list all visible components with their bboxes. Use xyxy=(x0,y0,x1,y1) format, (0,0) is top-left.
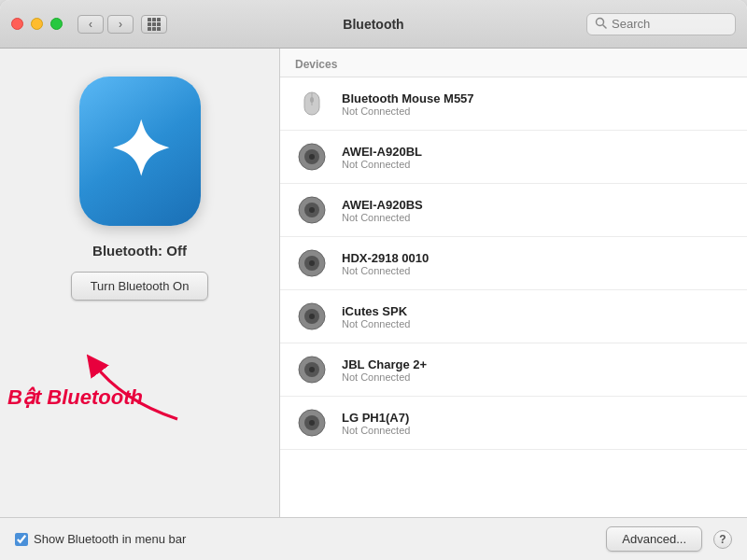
device-name: HDX-2918 0010 xyxy=(342,251,429,265)
table-row[interactable]: AWEI-A920BS Not Connected xyxy=(280,184,747,237)
table-row[interactable]: JBL Charge 2+ Not Connected xyxy=(280,343,747,397)
left-panel: ✦ Bluetooth: Off Turn Bluetooth On Bật B… xyxy=(0,49,280,517)
traffic-lights xyxy=(11,18,63,30)
svg-point-11 xyxy=(309,207,315,213)
table-row[interactable]: LG PH1(A7) Not Connected xyxy=(280,397,747,450)
devices-header: Devices xyxy=(280,49,747,77)
bat-bluetooth-annotation: Bật Bluetooth xyxy=(7,385,143,410)
speaker-icon xyxy=(295,246,329,280)
search-box[interactable] xyxy=(586,13,736,35)
svg-point-8 xyxy=(309,154,315,160)
window: ‹ › Bluetooth ✦ xyxy=(0,0,747,560)
titlebar: ‹ › Bluetooth xyxy=(0,0,747,49)
device-info: JBL Charge 2+ Not Connected xyxy=(342,357,427,383)
device-status: Not Connected xyxy=(342,318,410,329)
show-bluetooth-checkbox[interactable] xyxy=(15,533,28,546)
maximize-button[interactable] xyxy=(50,18,63,30)
device-status: Not Connected xyxy=(342,371,427,383)
device-name: iCutes SPK xyxy=(342,304,410,318)
device-info: HDX-2918 0010 Not Connected xyxy=(342,251,429,276)
svg-point-20 xyxy=(309,367,315,372)
forward-button[interactable]: › xyxy=(107,15,134,34)
search-icon xyxy=(595,17,607,32)
table-row[interactable]: AWEI-A920BL Not Connected xyxy=(280,131,747,184)
speaker-icon xyxy=(295,300,329,333)
table-row[interactable]: iCutes SPK Not Connected xyxy=(280,290,747,343)
nav-buttons: ‹ › xyxy=(78,15,134,34)
device-status: Not Connected xyxy=(342,105,474,117)
device-info: AWEI-A920BS Not Connected xyxy=(342,198,423,223)
bluetooth-status: Bluetooth: Off xyxy=(92,243,187,259)
speaker-icon xyxy=(295,193,329,227)
speaker-icon xyxy=(295,406,329,440)
device-name: AWEI-A920BL xyxy=(342,145,422,159)
svg-line-1 xyxy=(603,25,606,28)
main-content: ✦ Bluetooth: Off Turn Bluetooth On Bật B… xyxy=(0,49,747,517)
checkbox-container: Show Bluetooth in menu bar xyxy=(15,532,186,546)
device-name: Bluetooth Mouse M557 xyxy=(342,91,474,105)
device-info: LG PH1(A7) Not Connected xyxy=(342,411,410,436)
arrow-svg xyxy=(47,344,233,438)
checkbox-label: Show Bluetooth in menu bar xyxy=(34,532,186,546)
right-panel: Devices Bluetooth Mouse M557 Not Connect… xyxy=(280,49,747,517)
device-status: Not Connected xyxy=(342,159,422,170)
close-button[interactable] xyxy=(11,18,23,30)
mouse-icon xyxy=(295,87,329,120)
bluetooth-symbol: ✦ xyxy=(108,114,171,189)
advanced-button[interactable]: Advanced... xyxy=(606,526,702,552)
annotation-container: Bật Bluetooth xyxy=(0,344,271,466)
device-name: AWEI-A920BS xyxy=(342,198,423,212)
speaker-icon xyxy=(295,353,329,386)
help-button[interactable]: ? xyxy=(713,530,732,549)
device-info: iCutes SPK Not Connected xyxy=(342,304,410,329)
svg-point-14 xyxy=(309,260,315,266)
back-button[interactable]: ‹ xyxy=(78,15,104,34)
device-name: LG PH1(A7) xyxy=(342,411,410,425)
device-info: AWEI-A920BL Not Connected xyxy=(342,145,422,170)
device-name: JBL Charge 2+ xyxy=(342,357,427,371)
svg-point-5 xyxy=(310,97,314,103)
table-row[interactable]: HDX-2918 0010 Not Connected xyxy=(280,237,747,290)
bottom-bar: Show Bluetooth in menu bar Advanced... ? xyxy=(0,517,747,560)
device-info: Bluetooth Mouse M557 Not Connected xyxy=(342,91,474,117)
grid-icon xyxy=(148,18,161,31)
device-status: Not Connected xyxy=(342,265,429,276)
device-status: Not Connected xyxy=(342,425,410,436)
grid-view-button[interactable] xyxy=(141,15,167,34)
window-title: Bluetooth xyxy=(343,17,403,32)
minimize-button[interactable] xyxy=(31,18,43,30)
svg-point-17 xyxy=(309,314,315,319)
table-row[interactable]: Bluetooth Mouse M557 Not Connected xyxy=(280,77,747,131)
svg-point-23 xyxy=(309,420,315,426)
search-input[interactable] xyxy=(612,17,724,31)
turn-bluetooth-on-button[interactable]: Turn Bluetooth On xyxy=(71,272,209,301)
devices-list: Bluetooth Mouse M557 Not Connected AWEI-… xyxy=(280,77,747,517)
bluetooth-icon-container: ✦ xyxy=(79,77,201,226)
svg-point-0 xyxy=(597,18,604,25)
speaker-icon xyxy=(295,140,329,174)
device-status: Not Connected xyxy=(342,212,423,223)
